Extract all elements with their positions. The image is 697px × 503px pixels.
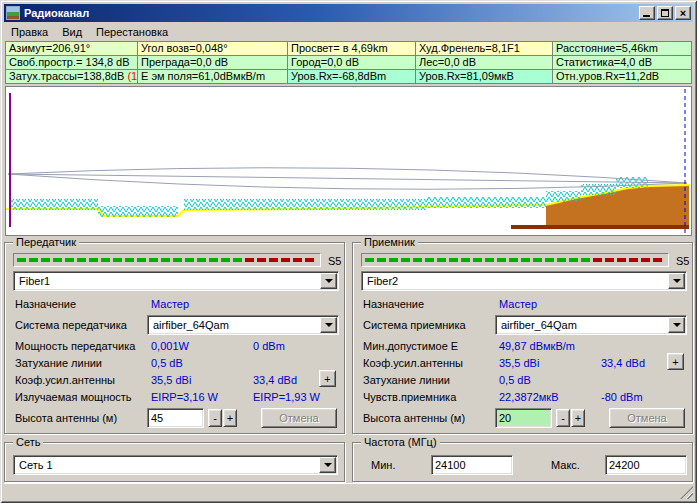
chevron-down-icon [673, 323, 681, 331]
signal-dash [269, 258, 278, 262]
rx-gain-plus-button[interactable]: + [667, 353, 684, 370]
profile-svg [6, 87, 691, 235]
rx-antenna-dropdown-button[interactable] [668, 273, 685, 289]
signal-dash [113, 258, 122, 262]
tx-antenna-select-value: Fiber1 [19, 275, 50, 287]
rx-height-label: Высота антенны (м) [363, 412, 465, 424]
vegetation-area [426, 197, 546, 208]
rx-sensitivity-dbm: -80 dBm [601, 391, 643, 403]
tx-gain-plus-button[interactable]: + [319, 370, 336, 387]
info-cell: Просвет= в 4,69km [288, 42, 416, 56]
signal-dash [149, 258, 158, 262]
chevron-down-icon [325, 279, 333, 287]
tx-power-label: Мощность передатчика [15, 340, 135, 352]
signal-dash [461, 258, 470, 262]
rx-system-select-value: airfiber_64Qam [501, 319, 577, 331]
tx-height-minus-button[interactable]: - [208, 409, 222, 427]
tx-system-select-value: airfiber_64Qam [153, 319, 229, 331]
app-window: Радиоканал × Правка Вид Перестановка Ази… [0, 0, 697, 503]
tx-signal-grade: S5 [328, 255, 341, 267]
rx-min-e-label: Мин.допустимое Е [363, 340, 458, 352]
info-cell: Преграда=0,0 dB [138, 56, 288, 70]
rx-line-loss-value: 0,5 dB [499, 374, 531, 386]
signal-dash [197, 258, 206, 262]
info-cell: Отн.уров.Rx=11,2dB [553, 70, 692, 84]
signal-dash [209, 258, 218, 262]
tx-antenna-select[interactable]: Fiber1 [13, 271, 339, 291]
info-cell: Своб.простр.= 134,8 dB [6, 56, 138, 70]
menu-item-rearrange[interactable]: Перестановка [89, 24, 175, 41]
signal-dash [77, 258, 86, 262]
signal-dash [29, 258, 38, 262]
tx-eirp-value-1: EIRP=3,16 W [151, 391, 218, 403]
rx-signal-grade: S5 [676, 255, 689, 267]
chevron-down-icon [324, 463, 332, 471]
menubar: Правка Вид Перестановка [4, 23, 693, 41]
window-controls: × [639, 6, 691, 20]
network-group-title: Сеть [13, 436, 43, 449]
rx-min-e-value: 49,87 dBмкВ/m [499, 340, 575, 352]
tx-line-loss-label: Затухание линии [15, 357, 102, 369]
signal-dash [545, 258, 554, 262]
signal-dash [125, 258, 134, 262]
info-cell: Затух.трассы=138,8dB (1) [6, 70, 138, 84]
resize-grip[interactable] [680, 486, 693, 499]
info-cell: Худ.Френель=8,1F1 [416, 42, 553, 56]
tx-eirp-label: Излучаемая мощность [15, 391, 132, 403]
rx-system-dropdown-button[interactable] [668, 317, 685, 333]
signal-dash [17, 258, 26, 262]
rx-height-plus-button[interactable]: + [571, 409, 585, 427]
rx-gain-dbd: 33,4 dBd [601, 357, 645, 369]
signal-dash [581, 258, 590, 262]
signal-dash [485, 258, 494, 262]
signal-dash [53, 258, 62, 262]
signal-dash [161, 258, 170, 262]
signal-dash [413, 258, 422, 262]
tx-height-label: Высота антенны (м) [15, 412, 117, 424]
tx-system-dropdown-button[interactable] [320, 317, 337, 333]
rx-antenna-select[interactable]: Fiber2 [361, 271, 687, 291]
vegetation-area [10, 199, 98, 210]
frequency-group: Частота (МГц) Мин. Макс. [352, 442, 693, 482]
close-button[interactable]: × [675, 6, 691, 20]
tx-line-loss-value: 0,5 dB [151, 357, 183, 369]
rx-height-input[interactable] [495, 408, 552, 428]
rx-system-select[interactable]: airfiber_64Qam [495, 315, 687, 335]
signal-dash [305, 258, 314, 262]
tx-height-input[interactable] [147, 408, 204, 428]
minimize-button[interactable] [639, 6, 655, 20]
maximize-button[interactable] [657, 6, 673, 20]
receiver-group-title: Приемник [361, 236, 418, 249]
network-select[interactable]: Сеть 1 [13, 455, 338, 475]
signal-dash [365, 258, 374, 262]
rx-purpose-label: Назначение [363, 298, 424, 310]
network-dropdown-button[interactable] [319, 457, 336, 473]
signal-dash [401, 258, 410, 262]
tx-gain-dbi: 35,5 dBi [151, 374, 191, 386]
signal-dash [293, 258, 302, 262]
tx-gain-dbd: 33,4 dBd [253, 374, 297, 386]
signal-dash [245, 258, 254, 262]
signal-dash [641, 258, 650, 262]
app-icon [6, 6, 20, 20]
signal-dash [617, 258, 626, 262]
menu-item-edit[interactable]: Правка [4, 24, 55, 41]
vegetation-area [184, 199, 426, 210]
tx-antenna-dropdown-button[interactable] [320, 273, 337, 289]
info-cell: Уров.Rx=81,09мкВ [416, 70, 553, 84]
info-cell: Статистика=4,0 dB [553, 56, 692, 70]
network-group: Сеть Сеть 1 [4, 442, 345, 482]
info-cell: Расстояние=5,46km [553, 42, 692, 56]
signal-dash [41, 258, 50, 262]
tx-system-select[interactable]: airfiber_64Qam [147, 315, 339, 335]
minimize-icon [643, 15, 650, 17]
tx-eirp-value-2: EIRP=1,93 W [253, 391, 320, 403]
rx-height-minus-button[interactable]: - [556, 409, 570, 427]
freq-max-input[interactable] [605, 455, 687, 475]
signal-dash [101, 258, 110, 262]
freq-min-input[interactable] [431, 455, 513, 475]
menu-item-view[interactable]: Вид [55, 24, 89, 41]
info-cell: Азимут=206,91° [6, 42, 138, 56]
tx-height-plus-button[interactable]: + [223, 409, 237, 427]
tx-system-label: Система передатчика [15, 319, 127, 331]
